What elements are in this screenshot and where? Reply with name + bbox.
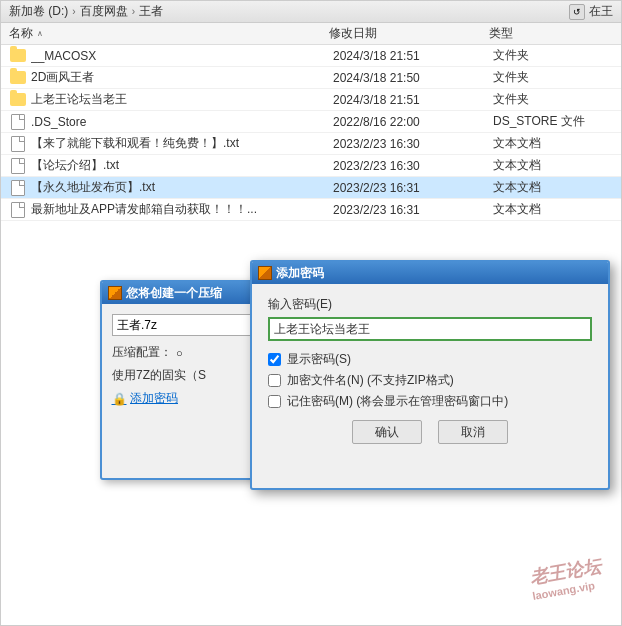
file-date: 2023/2/23 16:31 xyxy=(333,181,493,195)
add-password-label: 添加密码 xyxy=(130,390,178,407)
sort-arrow-icon: ∧ xyxy=(37,29,43,38)
remember-password-checkbox[interactable] xyxy=(268,395,281,408)
encrypt-name-label: 加密文件名(N) (不支持ZIP格式) xyxy=(287,372,454,389)
encrypt-name-row: 加密文件名(N) (不支持ZIP格式) xyxy=(268,372,592,389)
file-name: 最新地址及APP请发邮箱自动获取！！！... xyxy=(31,201,333,218)
file-date: 2024/3/18 21:50 xyxy=(333,71,493,85)
col-header-date[interactable]: 修改日期 xyxy=(329,25,489,42)
file-icon xyxy=(9,202,27,218)
config-radio[interactable]: ○ xyxy=(176,347,183,359)
folder-icon xyxy=(9,48,27,64)
file-icon xyxy=(9,114,27,130)
file-date: 2023/2/23 16:31 xyxy=(333,203,493,217)
breadcrumb-baidu[interactable]: 百度网盘 xyxy=(80,3,128,20)
file-icon xyxy=(9,158,27,174)
file-date: 2024/3/18 21:51 xyxy=(333,93,493,107)
file-type: 文件夹 xyxy=(493,91,613,108)
table-row[interactable]: 【论坛介绍】.txt2023/2/23 16:30文本文档 xyxy=(1,155,621,177)
file-type: 文本文档 xyxy=(493,135,613,152)
col-header-type[interactable]: 类型 xyxy=(489,25,613,42)
encrypt-name-checkbox[interactable] xyxy=(268,374,281,387)
file-name: 【来了就能下载和观看！纯免费！】.txt xyxy=(31,135,333,152)
password-dialog-content: 输入密码(E) 显示密码(S) 加密文件名(N) (不支持ZIP格式) 记住密码… xyxy=(252,284,608,452)
file-type: 文件夹 xyxy=(493,47,613,64)
file-name: 【永久地址发布页】.txt xyxy=(31,179,333,196)
password-dialog-titlebar: 添加密码 xyxy=(252,262,608,284)
password-dialog[interactable]: 添加密码 输入密码(E) 显示密码(S) 加密文件名(N) (不支持ZIP格式)… xyxy=(250,260,610,490)
table-row[interactable]: __MACOSX2024/3/18 21:51文件夹 xyxy=(1,45,621,67)
col-header-name[interactable]: 名称 ∧ xyxy=(9,25,329,42)
password-input[interactable] xyxy=(268,317,592,341)
password-compress-icon xyxy=(258,266,272,280)
folder-icon xyxy=(9,70,27,86)
file-name: .DS_Store xyxy=(31,115,333,129)
table-row[interactable]: 【永久地址发布页】.txt2023/2/23 16:31文本文档 xyxy=(1,177,621,199)
sep2: › xyxy=(132,6,135,17)
column-headers: 名称 ∧ 修改日期 类型 xyxy=(1,23,621,45)
file-icon xyxy=(9,180,27,196)
file-date: 2023/2/23 16:30 xyxy=(333,159,493,173)
sep1: › xyxy=(72,6,75,17)
file-type: 文本文档 xyxy=(493,157,613,174)
file-type: 文件夹 xyxy=(493,69,613,86)
file-list: __MACOSX2024/3/18 21:51文件夹2D画风王者2024/3/1… xyxy=(1,45,621,221)
breadcrumb-wangzhe[interactable]: 王者 xyxy=(139,3,163,20)
password-input-label: 输入密码(E) xyxy=(268,296,592,313)
file-type: 文本文档 xyxy=(493,201,613,218)
folder-icon xyxy=(9,92,27,108)
password-dialog-buttons: 确认 取消 xyxy=(268,420,592,444)
show-password-checkbox[interactable] xyxy=(268,353,281,366)
title-bar: 新加卷 (D:) › 百度网盘 › 王者 ↺ 在王 xyxy=(1,1,621,23)
lock-icon: 🔒 xyxy=(112,392,126,406)
password-dialog-title: 添加密码 xyxy=(276,265,324,282)
method-label: 使用7Z的固实（S xyxy=(112,367,206,384)
location-label: 在王 xyxy=(589,3,613,20)
confirm-button[interactable]: 确认 xyxy=(352,420,422,444)
cancel-button[interactable]: 取消 xyxy=(438,420,508,444)
file-type: DS_STORE 文件 xyxy=(493,113,613,130)
table-row[interactable]: 最新地址及APP请发邮箱自动获取！！！...2023/2/23 16:31文本文… xyxy=(1,199,621,221)
breadcrumb: 新加卷 (D:) › 百度网盘 › 王者 xyxy=(9,3,569,20)
file-name: 2D画风王者 xyxy=(31,69,333,86)
config-label: 压缩配置： xyxy=(112,344,172,361)
file-type: 文本文档 xyxy=(493,179,613,196)
archive-dialog-title: 您将创建一个压缩 xyxy=(126,285,222,302)
compress-icon xyxy=(108,286,122,300)
remember-password-label: 记住密码(M) (将会显示在管理密码窗口中) xyxy=(287,393,508,410)
add-password-link[interactable]: 🔒 添加密码 xyxy=(112,390,178,407)
file-date: 2022/8/16 22:00 xyxy=(333,115,493,129)
file-name: 【论坛介绍】.txt xyxy=(31,157,333,174)
file-name: 上老王论坛当老王 xyxy=(31,91,333,108)
breadcrumb-home[interactable]: 新加卷 (D:) xyxy=(9,3,68,20)
refresh-button[interactable]: ↺ xyxy=(569,4,585,20)
titlebar-right: ↺ 在王 xyxy=(569,3,613,20)
file-name: __MACOSX xyxy=(31,49,333,63)
remember-password-row: 记住密码(M) (将会显示在管理密码窗口中) xyxy=(268,393,592,410)
table-row[interactable]: 2D画风王者2024/3/18 21:50文件夹 xyxy=(1,67,621,89)
file-date: 2023/2/23 16:30 xyxy=(333,137,493,151)
table-row[interactable]: 【来了就能下载和观看！纯免费！】.txt2023/2/23 16:30文本文档 xyxy=(1,133,621,155)
table-row[interactable]: .DS_Store2022/8/16 22:00DS_STORE 文件 xyxy=(1,111,621,133)
show-password-row: 显示密码(S) xyxy=(268,351,592,368)
table-row[interactable]: 上老王论坛当老王2024/3/18 21:51文件夹 xyxy=(1,89,621,111)
show-password-label: 显示密码(S) xyxy=(287,351,351,368)
file-icon xyxy=(9,136,27,152)
file-date: 2024/3/18 21:51 xyxy=(333,49,493,63)
